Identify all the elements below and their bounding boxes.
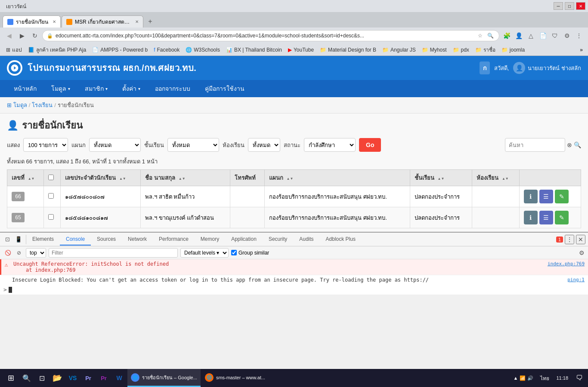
class-select[interactable]: ทั้งหมด: [167, 138, 219, 152]
title-bar: เยาวรัตน์ ─ □ ✕: [0, 0, 588, 12]
bookmark-bx[interactable]: 📊 BX | Thailand Bitcoin: [223, 46, 285, 54]
tab-close-2[interactable]: ✕: [135, 19, 139, 24]
sort-icon-id[interactable]: ▲▼: [119, 177, 126, 181]
device-toolbar-btn[interactable]: 📱: [14, 235, 23, 244]
drive-btn[interactable]: △: [525, 30, 536, 41]
adblock-btn[interactable]: 🛡: [549, 30, 560, 41]
row-checkbox-2[interactable]: [48, 214, 54, 220]
search-clear-btn[interactable]: ⊗: [567, 141, 572, 148]
sort-icon-num[interactable]: ▲▼: [28, 177, 35, 181]
console-settings-btn[interactable]: ⚙: [579, 249, 585, 256]
search-submit-btn[interactable]: 🔍: [574, 141, 581, 148]
cell-check-1: [44, 186, 61, 207]
division-select[interactable]: ทั้งหมด: [89, 138, 141, 152]
edit-btn-2[interactable]: ✎: [555, 211, 569, 224]
bookmark-app[interactable]: ⊞ แอป: [3, 45, 25, 55]
new-tab-btn[interactable]: +: [144, 15, 156, 28]
select-all-checkbox[interactable]: [48, 175, 54, 180]
bookmark-myhost[interactable]: 📁 Myhost: [419, 46, 449, 54]
bookmark-angular[interactable]: 📁 Angular JS: [380, 46, 418, 54]
forward-btn[interactable]: ▶: [16, 30, 28, 41]
back-btn[interactable]: ◀: [3, 30, 15, 41]
search-browser-btn[interactable]: 🔍: [486, 31, 495, 40]
bookmark-student[interactable]: 📘 ลูกค้า เทคนิต PHP Aja: [25, 45, 89, 55]
filter-toggle-btn[interactable]: ⊘: [15, 249, 23, 257]
bookmark-w3schools[interactable]: 🌐 W3Schools: [183, 46, 223, 54]
dt-tab-security[interactable]: Security: [263, 233, 293, 246]
breadcrumb-module[interactable]: ⊞ โมดูล: [7, 101, 27, 110]
bookmark-facebook[interactable]: f Facebook: [151, 46, 182, 54]
bookmark-ampps[interactable]: 📄 AMPPS - Powered b: [90, 46, 150, 54]
bookmark-youtube[interactable]: ▶ YouTube: [285, 46, 316, 54]
bookmark-pdx[interactable]: 📁 pdx: [450, 46, 472, 54]
minimize-btn[interactable]: ─: [554, 2, 563, 10]
devtools-close-btn[interactable]: ✕: [576, 235, 585, 244]
dt-tab-elements[interactable]: Elements: [26, 233, 60, 246]
docs-btn[interactable]: 📄: [537, 30, 548, 41]
nav-item-manual-label: คู่มือการใช้งาน: [205, 84, 244, 93]
sort-icon-room[interactable]: ▲▼: [502, 177, 509, 181]
dt-tab-audits[interactable]: Audits: [293, 233, 319, 246]
tab-close-1[interactable]: ✕: [53, 19, 56, 24]
bookmark-rachue[interactable]: 📁 ราชื่อ: [473, 45, 498, 55]
room-select[interactable]: ทั้งหมด: [248, 138, 280, 152]
nav-item-logout[interactable]: ออกจากระบบ: [148, 80, 197, 97]
status-select[interactable]: กำลังศึกษา: [304, 138, 356, 152]
inspect-element-btn[interactable]: ⊡: [3, 235, 12, 244]
dt-tab-network[interactable]: Network: [122, 233, 153, 246]
nav-item-home[interactable]: หน้าหลัก: [7, 80, 43, 97]
url-bar[interactable]: 🔒 edocument.attc-rta.com/index.php?count…: [42, 30, 499, 41]
more-btn[interactable]: ⋮: [573, 30, 585, 41]
breadcrumb-school[interactable]: โรงเรียน: [32, 101, 53, 110]
devtools-menu-btn[interactable]: ⋮: [565, 235, 574, 244]
sort-icon-division[interactable]: ▲▼: [287, 177, 294, 181]
info-link[interactable]: ping:1: [567, 277, 585, 283]
group-similar-checkbox[interactable]: [231, 250, 237, 255]
bookmark-star-btn[interactable]: ☆: [476, 31, 484, 40]
nav-item-member[interactable]: สมาชิก ▾: [78, 80, 115, 97]
reload-btn[interactable]: ↻: [29, 30, 40, 41]
clear-console-btn[interactable]: 🚫: [3, 249, 12, 257]
cell-name-1: พล.ฯ สาธิต หมื่นก้าว: [141, 186, 230, 207]
profile-btn[interactable]: 👤: [513, 30, 524, 41]
doc-btn-1[interactable]: ☰: [539, 190, 553, 203]
dt-tab-console[interactable]: Console: [60, 233, 91, 246]
level-select[interactable]: Default levels ▾: [180, 248, 229, 258]
tab-2[interactable]: MSR เกี่ยวกับดยศาสตร์ คู่มือการใช้ง ✕: [62, 15, 143, 28]
extensions-btn[interactable]: 🧩: [501, 30, 512, 41]
bookmark-joomla[interactable]: 📁 joomla: [499, 46, 527, 54]
info-btn-1[interactable]: ℹ: [524, 190, 538, 203]
sort-icon-name[interactable]: ▲▼: [179, 177, 186, 181]
dt-tab-adblock[interactable]: Adblock Plus: [320, 233, 362, 246]
go-button[interactable]: Go: [359, 138, 381, 152]
col-checkbox: [44, 170, 61, 186]
chrome-btn[interactable]: ⚙: [561, 30, 573, 41]
context-select[interactable]: top: [26, 248, 46, 258]
nav-item-settings[interactable]: ตั้งค่า ▾: [115, 80, 147, 97]
count-select[interactable]: 100 รายการ 10 25 50: [23, 138, 68, 152]
doc-btn-2[interactable]: ☰: [539, 211, 553, 224]
nav-item-manual[interactable]: คู่มือการใช้งาน: [198, 80, 251, 97]
dt-tab-performance[interactable]: Performance: [153, 233, 195, 246]
dt-tab-application[interactable]: Application: [225, 233, 263, 246]
cell-actions-2: ℹ ☰ ✎: [519, 207, 581, 228]
tab-1[interactable]: รายชื่อนักเรียน ✕: [3, 15, 61, 28]
search-input[interactable]: [505, 138, 565, 152]
maximize-btn[interactable]: □: [565, 2, 574, 10]
url-text: edocument.attc-rta.com/index.php?count=1…: [56, 33, 473, 39]
dt-tab-memory[interactable]: Memory: [195, 233, 225, 246]
console-filter-input[interactable]: [49, 248, 178, 258]
col-name: ชื่อ นามสกุล ▲▼: [141, 170, 230, 186]
nav-item-module[interactable]: โมดูล ▾: [44, 80, 77, 97]
close-btn[interactable]: ✕: [576, 2, 585, 10]
dt-tab-sources[interactable]: Sources: [91, 233, 122, 246]
row-checkbox-1[interactable]: [48, 193, 54, 199]
translate-btn[interactable]: ก: [480, 61, 490, 74]
more-bookmarks-btn[interactable]: »: [578, 46, 585, 54]
edit-btn-1[interactable]: ✎: [555, 190, 569, 203]
info-btn-2[interactable]: ℹ: [524, 211, 538, 224]
error-link[interactable]: index.php:769: [548, 261, 585, 267]
bookmark-material[interactable]: 📁 Material Design for B: [317, 46, 379, 54]
cell-class-1: ปลดกองประจำการ: [410, 186, 472, 207]
sort-icon-class[interactable]: ▲▼: [437, 177, 444, 181]
